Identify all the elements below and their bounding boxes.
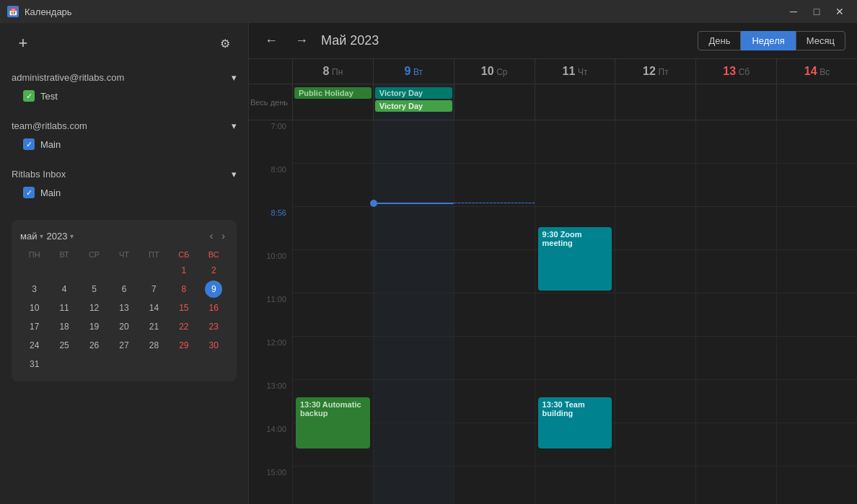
mini-day-6[interactable]: 6 <box>115 280 133 298</box>
view-month-button[interactable]: Месяц <box>796 31 845 50</box>
mini-day-20[interactable]: 20 <box>115 318 133 335</box>
mini-day-12[interactable]: 12 <box>86 299 103 317</box>
minimize-button[interactable]: ─ <box>783 4 804 19</box>
maximize-button[interactable]: □ <box>807 4 827 19</box>
calendar-test[interactable]: ✓ Test <box>12 86 237 106</box>
hour-line-13b <box>374 380 454 423</box>
mini-day-13[interactable]: 13 <box>115 299 133 317</box>
day-col-8[interactable]: 13:30 Automatic backup <box>292 120 373 504</box>
prev-week-button[interactable]: ← <box>260 30 282 51</box>
mini-day-19[interactable]: 19 <box>86 318 103 335</box>
mini-day-18[interactable]: 18 <box>56 318 73 335</box>
time-label-12: 12:00 <box>249 337 292 380</box>
add-event-button[interactable]: + <box>12 32 35 55</box>
mini-day-4[interactable]: 4 <box>56 280 73 298</box>
mini-day-empty-10 <box>175 355 193 373</box>
mini-day-25[interactable]: 25 <box>56 337 73 354</box>
calendar-main-2[interactable]: ✓ Main <box>12 182 237 203</box>
calendar-toolbar: ← → Май 2023 День Неделя Месяц <box>249 23 857 59</box>
hour-line-7b <box>374 120 454 164</box>
mini-day-27[interactable]: 27 <box>115 337 133 354</box>
event-team-building[interactable]: 13:30 Team building <box>538 397 612 448</box>
calendar-test-checkbox[interactable]: ✓ <box>23 90 35 102</box>
day-col-14[interactable] <box>776 120 857 504</box>
settings-button[interactable]: ⚙ <box>214 32 237 55</box>
mini-cal-year[interactable]: 2023 <box>46 231 67 242</box>
event-zoom-meeting[interactable]: 9:30 Zoom meeting <box>538 227 612 291</box>
allday-cell-12 <box>615 84 695 120</box>
hour-line-9b <box>374 207 454 250</box>
dow-thu: ЧТ <box>110 249 138 260</box>
calendar-main-1-checkbox[interactable]: ✓ <box>23 138 35 150</box>
day-header-8: 8 Пн <box>292 59 373 84</box>
mini-day-21[interactable]: 21 <box>145 318 162 335</box>
mini-day-11[interactable]: 11 <box>56 299 73 317</box>
mini-day-1[interactable]: 1 <box>175 262 193 279</box>
time-label-15: 15:00 <box>249 467 292 504</box>
time-grid-scroll[interactable]: 7:00 8:00 8:56 10:00 11:00 12:00 13:00 1… <box>249 120 857 504</box>
account-3-expand-icon: ▾ <box>232 169 237 180</box>
event-victory-day-1[interactable]: Victory Day <box>375 87 452 99</box>
allday-cell-14 <box>776 84 857 120</box>
event-public-holiday[interactable]: Public Holiday <box>294 87 372 99</box>
mini-cal-month-arrow[interactable]: ▾ <box>40 232 43 240</box>
mini-day-9[interactable]: 9 <box>205 280 222 298</box>
account-3-header[interactable]: Ritlabs Inbox ▾ <box>12 166 237 182</box>
mini-day-26[interactable]: 26 <box>86 337 103 354</box>
mini-day-14[interactable]: 14 <box>145 299 162 317</box>
day-header-13: 13 Сб <box>695 59 776 84</box>
time-gutter-header <box>249 59 292 84</box>
view-day-button[interactable]: День <box>698 31 741 50</box>
mini-cal-header: май ▾ 2023 ▾ ‹ › <box>20 229 228 243</box>
account-3-email: Ritlabs Inbox <box>12 169 66 180</box>
day-col-10[interactable] <box>454 120 535 504</box>
calendar-main-1[interactable]: ✓ Main <box>12 134 237 154</box>
mini-day-22[interactable]: 22 <box>175 318 193 335</box>
mini-day-15[interactable]: 15 <box>175 299 193 317</box>
account-1-header[interactable]: administrative@ritlabs.com ▾ <box>12 69 237 86</box>
mini-day-10[interactable]: 10 <box>26 299 43 317</box>
view-week-button[interactable]: Неделя <box>741 31 795 50</box>
next-week-button[interactable]: → <box>291 30 312 51</box>
account-1: administrative@ritlabs.com ▾ ✓ Test <box>0 63 248 112</box>
mini-cal-prev-button[interactable]: ‹ <box>207 229 216 243</box>
hour-line-14b <box>374 423 454 467</box>
mini-day-8[interactable]: 8 <box>175 280 193 298</box>
mini-day-28[interactable]: 28 <box>145 337 162 354</box>
hour-line-10b <box>374 250 454 293</box>
account-1-email: administrative@ritlabs.com <box>12 72 124 83</box>
account-3: Ritlabs Inbox ▾ ✓ Main <box>0 160 248 208</box>
week-header: 8 Пн 9 Вт 10 Ср 11 Чт 12 Пт 13 Сб <box>249 59 857 84</box>
current-time-extend-10 <box>454 203 535 203</box>
mini-cal-month[interactable]: май <box>20 231 37 242</box>
mini-calendar: май ▾ 2023 ▾ ‹ › ПН ВТ СР ЧТ ПТ СБ ВС <box>12 220 237 381</box>
account-2-header[interactable]: team@ritlabs.com ▾ <box>12 118 237 134</box>
mini-cal-year-arrow[interactable]: ▾ <box>70 232 74 240</box>
mini-day-empty-6 <box>56 355 73 373</box>
hour-line-7 <box>293 120 373 164</box>
mini-cal-next-button[interactable]: › <box>219 229 228 243</box>
mini-day-24[interactable]: 24 <box>26 337 43 354</box>
mini-day-29[interactable]: 29 <box>175 337 193 354</box>
mini-day-16[interactable]: 16 <box>205 299 222 317</box>
mini-day-30[interactable]: 30 <box>205 337 222 354</box>
mini-day-5[interactable]: 5 <box>86 280 103 298</box>
day-col-9[interactable] <box>373 120 454 504</box>
allday-cell-10 <box>454 84 535 120</box>
event-victory-day-2[interactable]: Victory Day <box>375 100 452 112</box>
mini-day-31[interactable]: 31 <box>26 355 43 373</box>
day-header-10: 10 Ср <box>454 59 535 84</box>
mini-day-2[interactable]: 2 <box>205 262 222 279</box>
mini-day-3[interactable]: 3 <box>26 280 43 298</box>
day-col-13[interactable] <box>695 120 776 504</box>
mini-day-23[interactable]: 23 <box>205 318 222 335</box>
calendar-main-2-checkbox[interactable]: ✓ <box>23 187 35 198</box>
event-automatic-backup[interactable]: 13:30 Automatic backup <box>296 397 370 448</box>
mini-day-7[interactable]: 7 <box>145 280 162 298</box>
day-col-12[interactable] <box>615 120 695 504</box>
close-button[interactable]: ✕ <box>830 4 850 19</box>
mini-day-17[interactable]: 17 <box>26 318 43 335</box>
day-col-11[interactable]: 9:30 Zoom meeting 13:30 Team building <box>535 120 615 504</box>
mini-day-empty-7 <box>86 355 103 373</box>
time-label-10: 10:00 <box>249 250 292 293</box>
